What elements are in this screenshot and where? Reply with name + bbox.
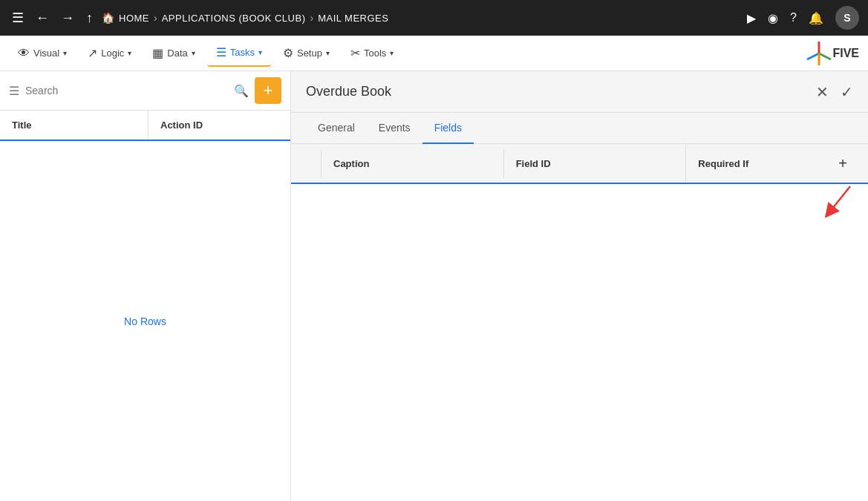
back-icon[interactable]: ← bbox=[33, 7, 52, 29]
search-icon[interactable]: 🔍 bbox=[234, 84, 249, 98]
visual-icon: 👁 bbox=[18, 47, 30, 60]
tasks-icon: ☰ bbox=[216, 45, 226, 59]
breadcrumb-chevron-2: › bbox=[310, 12, 313, 24]
tools-icon: ✂ bbox=[350, 46, 360, 60]
fields-table: Caption Field ID Required If + bbox=[291, 144, 868, 501]
user-avatar[interactable]: S bbox=[835, 6, 859, 30]
filter-icon[interactable]: ☰ bbox=[9, 84, 19, 98]
nav-tools-label: Tools bbox=[364, 48, 386, 59]
home-icon[interactable]: 🏠 bbox=[102, 12, 114, 24]
nav-logic-label: Logic bbox=[101, 48, 124, 59]
panel-header-actions: ✕ ✓ bbox=[816, 83, 853, 101]
tools-chevron: ▾ bbox=[390, 49, 394, 57]
close-icon[interactable]: ✕ bbox=[816, 83, 829, 101]
nav-setup[interactable]: ⚙ Setup ▾ bbox=[274, 40, 339, 66]
five-logo: FIVE bbox=[806, 40, 859, 67]
no-rows-message: No Rows bbox=[124, 315, 166, 327]
fields-add-button[interactable]: + bbox=[832, 153, 853, 174]
forward-icon[interactable]: → bbox=[58, 7, 77, 29]
search-input[interactable] bbox=[25, 85, 228, 96]
five-text: FIVE bbox=[832, 47, 859, 60]
column-title: Title bbox=[0, 111, 149, 140]
tab-general[interactable]: General bbox=[306, 113, 367, 144]
column-action-id: Action ID bbox=[149, 111, 290, 140]
nav-right-actions: ▶ ◉ ? 🔔 S bbox=[747, 6, 859, 30]
breadcrumb: 🏠 HOME › APPLICATIONS (BOOK CLUB) › MAIL… bbox=[102, 12, 388, 24]
nav-tasks-label: Tasks bbox=[230, 47, 255, 58]
top-navigation: ☰ ← → ↑ 🏠 HOME › APPLICATIONS (BOOK CLUB… bbox=[0, 0, 868, 36]
search-nav-icon[interactable]: ◉ bbox=[768, 11, 778, 25]
fields-col-required: Required If + bbox=[685, 144, 868, 183]
setup-chevron: ▾ bbox=[326, 49, 330, 57]
add-button[interactable]: + bbox=[255, 77, 281, 104]
logic-icon: ↗ bbox=[88, 46, 97, 60]
setup-icon: ⚙ bbox=[283, 46, 293, 60]
nav-logic[interactable]: ↗ Logic ▾ bbox=[79, 40, 140, 66]
right-panel-header: Overdue Book ✕ ✓ bbox=[291, 71, 868, 113]
nav-tasks[interactable]: ☰ Tasks ▾ bbox=[207, 39, 271, 67]
fields-col-fieldid: Field ID bbox=[503, 149, 686, 178]
fields-table-body bbox=[291, 184, 868, 501]
fields-col-caption: Caption bbox=[321, 149, 503, 178]
nav-tools[interactable]: ✂ Tools ▾ bbox=[342, 40, 402, 66]
nav-visual-label: Visual bbox=[33, 48, 59, 59]
svg-line-2 bbox=[807, 53, 819, 59]
nav-visual[interactable]: 👁 Visual ▾ bbox=[9, 41, 76, 66]
right-panel: Overdue Book ✕ ✓ General Events Fields C… bbox=[291, 71, 868, 501]
breadcrumb-chevron-1: › bbox=[154, 12, 157, 24]
help-icon[interactable]: ? bbox=[790, 11, 797, 24]
breadcrumb-home[interactable]: HOME bbox=[119, 13, 149, 24]
visual-chevron: ▾ bbox=[63, 49, 67, 57]
tasks-chevron: ▾ bbox=[258, 48, 262, 56]
panel-tabs: General Events Fields bbox=[291, 113, 868, 144]
play-icon[interactable]: ▶ bbox=[747, 11, 756, 25]
menu-icon[interactable]: ☰ bbox=[9, 7, 27, 29]
data-icon: ▦ bbox=[152, 46, 163, 60]
required-if-label: Required If bbox=[698, 158, 748, 169]
five-logo-icon bbox=[806, 40, 832, 67]
breadcrumb-mail-merges[interactable]: MAIL MERGES bbox=[318, 13, 388, 24]
left-table-body: No Rows bbox=[0, 141, 290, 501]
check-icon[interactable]: ✓ bbox=[841, 83, 853, 101]
up-icon[interactable]: ↑ bbox=[83, 7, 96, 29]
nav-data[interactable]: ▦ Data ▾ bbox=[143, 40, 203, 66]
breadcrumb-app[interactable]: APPLICATIONS (BOOK CLUB) bbox=[162, 13, 306, 24]
secondary-navigation: 👁 Visual ▾ ↗ Logic ▾ ▦ Data ▾ ☰ Tasks ▾ … bbox=[0, 36, 868, 71]
tab-events[interactable]: Events bbox=[367, 113, 422, 144]
panel-title: Overdue Book bbox=[306, 84, 816, 99]
tab-fields[interactable]: Fields bbox=[422, 113, 474, 144]
svg-line-1 bbox=[819, 53, 831, 59]
data-chevron: ▾ bbox=[192, 49, 195, 57]
nav-setup-label: Setup bbox=[297, 48, 322, 59]
fields-checkbox-col bbox=[291, 154, 321, 172]
nav-data-label: Data bbox=[167, 48, 187, 59]
left-table-header: Title Action ID bbox=[0, 111, 290, 141]
left-panel: ☰ 🔍 + Title Action ID No Rows bbox=[0, 71, 291, 501]
logic-chevron: ▾ bbox=[128, 49, 131, 57]
main-layout: ☰ 🔍 + Title Action ID No Rows Overdue Bo… bbox=[0, 71, 868, 501]
search-bar: ☰ 🔍 + bbox=[0, 71, 290, 111]
bell-icon[interactable]: 🔔 bbox=[809, 11, 823, 25]
fields-table-header: Caption Field ID Required If + bbox=[291, 144, 868, 184]
